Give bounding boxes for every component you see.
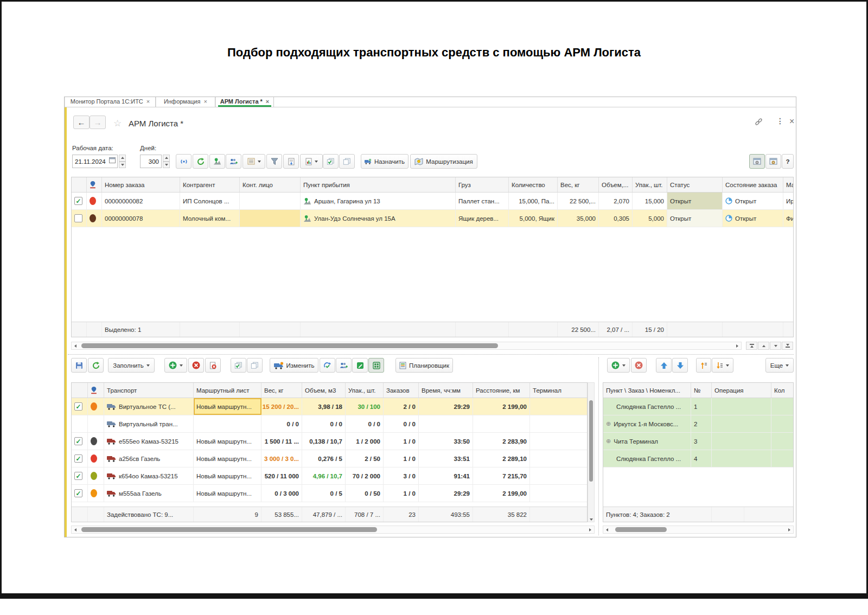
fill-button[interactable]: Заполнить — [108, 358, 155, 373]
move-down-button[interactable] — [672, 358, 688, 373]
go-last-button[interactable] — [782, 342, 793, 350]
column-header[interactable]: Пункт \ Заказ \ Номенкл... — [603, 383, 691, 398]
clients-transport-button[interactable] — [336, 358, 352, 373]
route-add-button[interactable] — [607, 358, 630, 373]
tab-arm-logista[interactable]: АРМ Логиста *× — [215, 97, 274, 107]
row-checkbox[interactable]: ✓ — [72, 450, 88, 467]
column-header[interactable]: Терминал — [530, 383, 587, 398]
column-header[interactable]: Пункт прибытия — [301, 177, 456, 192]
order-row[interactable]: ✓ 00000000082 ИП Солонцов ... Аршан, Гаг… — [72, 193, 793, 210]
route-sheet-cell[interactable]: Новый маршрутн... — [194, 485, 261, 502]
link-icon[interactable] — [755, 118, 763, 126]
list-menu-button[interactable] — [242, 154, 265, 169]
route-delete-button[interactable] — [631, 358, 647, 373]
vertical-splitter[interactable] — [598, 357, 599, 535]
tab-close-icon[interactable]: × — [266, 98, 269, 105]
go-prev-button[interactable] — [758, 342, 769, 350]
move-up-button[interactable] — [656, 358, 672, 373]
route-sheet-cell[interactable]: Новый маршрутн... — [194, 398, 261, 415]
transport-row[interactable]: ✓ Виртуальное ТС (... Новый маршрутн... … — [72, 398, 587, 415]
back-button[interactable]: ← — [73, 116, 90, 129]
column-header[interactable]: Ма — [783, 177, 794, 192]
go-next-button[interactable] — [770, 342, 781, 350]
tab-close-icon[interactable]: × — [146, 98, 150, 105]
scroll-left-icon[interactable] — [72, 526, 79, 533]
refresh-button[interactable] — [193, 154, 208, 169]
orders-check-column[interactable] — [72, 177, 87, 192]
column-header[interactable]: Вес, кг — [558, 177, 599, 192]
column-header[interactable]: Расстояние, км — [473, 383, 530, 398]
window-close-icon[interactable]: × — [789, 117, 794, 126]
more-button[interactable]: Еще — [765, 358, 794, 373]
list-settings-button[interactable] — [765, 154, 781, 169]
scroll-down-icon[interactable] — [590, 518, 593, 521]
column-header[interactable]: Упак., шт. — [346, 383, 384, 398]
expand-icon[interactable]: ⊕ — [606, 420, 611, 427]
tab-information[interactable]: Информация× — [156, 97, 215, 107]
route-point-row[interactable]: ⊕Чита Терминал 3 — [603, 433, 793, 450]
transport-row[interactable]: ✓ а256св Газель Новый маршрутн... 3 000 … — [72, 450, 587, 467]
show-on-map-button[interactable] — [209, 154, 225, 169]
document-button[interactable] — [283, 154, 299, 169]
tab-close-icon[interactable]: × — [203, 98, 207, 105]
order-row[interactable]: 00000000078 Молочный ком... Улан-Удэ Сол… — [72, 210, 793, 227]
route-sheet-cell[interactable] — [194, 415, 261, 432]
column-header[interactable]: Транспорт — [104, 383, 194, 398]
sort-up-button[interactable] — [696, 358, 711, 373]
help-button[interactable]: ? — [782, 154, 794, 169]
routing-button[interactable]: Маршрутизация — [410, 154, 477, 169]
scroll-right-icon[interactable] — [586, 526, 594, 533]
refresh-transport-button[interactable] — [88, 358, 104, 373]
auto-refresh-button[interactable] — [176, 154, 192, 169]
set-flags-transport-button[interactable] — [231, 358, 246, 373]
clear-all-flags-button[interactable] — [339, 154, 355, 169]
scroll-right-icon[interactable] — [786, 526, 793, 533]
column-header[interactable]: Операция — [712, 383, 771, 398]
days-spinner[interactable] — [163, 155, 170, 168]
row-checkbox[interactable] — [72, 210, 87, 227]
date-spinner[interactable] — [119, 155, 126, 168]
column-header[interactable]: Номер заказа — [102, 177, 180, 192]
change-button[interactable]: Изменить — [270, 358, 318, 373]
route-point-row[interactable]: Слюдянка Гастелло ... 4 — [603, 450, 793, 467]
scroll-left-icon[interactable] — [72, 342, 79, 349]
column-header[interactable]: Объем,... — [599, 177, 633, 192]
scroll-thumb[interactable] — [615, 527, 667, 532]
row-checkbox[interactable]: ✓ — [72, 467, 88, 484]
column-header[interactable]: Кол — [771, 383, 793, 398]
row-checkbox[interactable]: ✓ — [72, 433, 88, 450]
column-header[interactable]: Заказов — [384, 383, 419, 398]
filter-button[interactable] — [266, 154, 282, 169]
transport-row[interactable]: Виртуальный тран... 0 / 0 0 / 0 0 / 0 0 … — [72, 415, 587, 433]
clear-flags-transport-button[interactable] — [247, 358, 263, 373]
sort-down-button[interactable] — [712, 358, 733, 373]
tab-monitor[interactable]: Монитор Портала 1С:ИТС× — [65, 97, 156, 107]
row-checkbox[interactable]: ✓ — [72, 193, 87, 209]
set-all-flags-button[interactable] — [323, 154, 339, 169]
expand-icon[interactable]: ⊕ — [606, 438, 611, 445]
horizontal-splitter[interactable] — [68, 354, 794, 355]
column-header[interactable]: Маршрутный лист — [194, 383, 261, 398]
column-header[interactable]: Количество — [509, 177, 558, 192]
column-header[interactable]: Состояние заказа — [723, 177, 783, 192]
column-header[interactable]: Время, чч:мм — [419, 383, 473, 398]
save-button[interactable] — [71, 358, 87, 373]
scroll-right-icon[interactable] — [733, 342, 741, 349]
transport-vscrollbar[interactable] — [588, 382, 595, 522]
column-header[interactable]: Груз — [456, 177, 509, 192]
more-menu-icon[interactable]: ⋮ — [776, 117, 784, 125]
row-checkbox[interactable]: ✓ — [72, 485, 88, 502]
go-first-button[interactable] — [746, 342, 757, 350]
route-point-row[interactable]: ⊕Иркутск 1-я Московс... 2 — [603, 415, 793, 433]
column-header[interactable]: Конт. лицо — [240, 177, 301, 192]
recalc-route-button[interactable] — [320, 358, 335, 373]
transport-row[interactable]: ✓ к654оо Камаз-53215 Новый маршрутн... 5… — [72, 467, 587, 485]
days-input[interactable] — [140, 155, 162, 168]
route-point-row[interactable]: Слюдянка Гастелло ... 1 — [603, 398, 793, 415]
delete-row-button[interactable] — [188, 358, 204, 373]
planner-button[interactable]: Планировщик — [395, 358, 453, 373]
add-row-button[interactable] — [164, 358, 187, 373]
transport-row[interactable]: ✓ е555ео Камаз-53215 Новый маршрутн... 1… — [72, 433, 587, 450]
route-sheet-cell[interactable]: Новый маршрутн... — [194, 467, 261, 484]
add-clients-button[interactable] — [226, 154, 241, 169]
